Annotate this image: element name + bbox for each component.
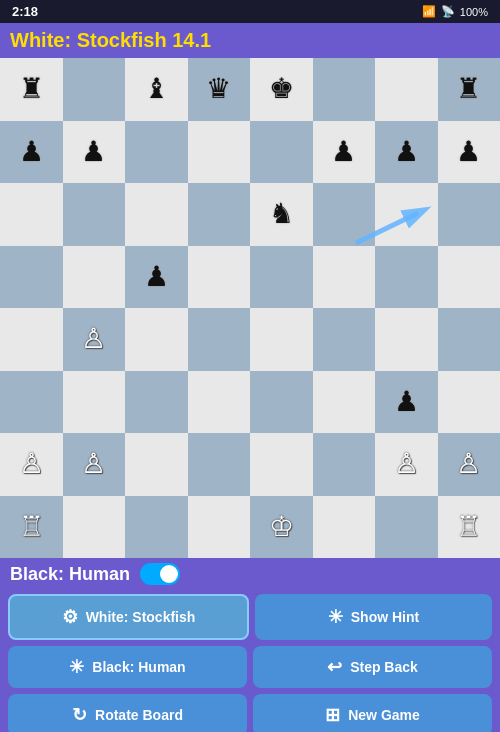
player-label: Black: Human <box>10 564 130 585</box>
main-content: White: Stockfish 14.1 ♜♝♛♚♜♟♟♟♟♟♞♟♙♟♙♙♙♙… <box>0 23 500 732</box>
board-cell[interactable] <box>438 183 501 246</box>
rotate-icon: ↻ <box>72 704 87 726</box>
board-cell[interactable] <box>188 371 251 434</box>
white-stockfish-label: White: Stockfish <box>86 609 196 625</box>
board-cell[interactable] <box>125 121 188 184</box>
board-cell[interactable] <box>63 58 126 121</box>
board-cell[interactable]: ♟ <box>375 121 438 184</box>
board-cell[interactable] <box>188 121 251 184</box>
board-cell[interactable] <box>125 371 188 434</box>
chess-piece: ♝ <box>144 75 169 103</box>
board-cell[interactable]: ♟ <box>375 371 438 434</box>
chess-piece: ♛ <box>206 75 231 103</box>
chess-piece: ♟ <box>331 138 356 166</box>
board-cell[interactable] <box>63 183 126 246</box>
btn-row-3: ↻ Rotate Board ⊞ New Game <box>8 694 492 732</box>
board-cell[interactable] <box>313 496 376 559</box>
board-cell[interactable]: ♝ <box>125 58 188 121</box>
board-cell[interactable] <box>250 433 313 496</box>
board-cell[interactable]: ♜ <box>0 58 63 121</box>
chess-piece: ♙ <box>81 325 106 353</box>
board-cell[interactable]: ♙ <box>0 433 63 496</box>
board-cell[interactable]: ♟ <box>438 121 501 184</box>
board-cell[interactable] <box>438 308 501 371</box>
board-cell[interactable] <box>0 308 63 371</box>
board-cell[interactable] <box>250 308 313 371</box>
signal-icon: 📡 <box>441 5 455 18</box>
black-human-label: Black: Human <box>92 659 185 675</box>
chess-piece: ♜ <box>19 75 44 103</box>
board-cell[interactable] <box>375 496 438 559</box>
status-icons: 📶 📡 100% <box>422 5 488 18</box>
board-cell[interactable] <box>375 308 438 371</box>
board-cell[interactable]: ♜ <box>438 58 501 121</box>
board-cell[interactable]: ♙ <box>375 433 438 496</box>
chess-piece: ♟ <box>394 388 419 416</box>
step-back-button[interactable]: ↩ Step Back <box>253 646 492 688</box>
board-cell[interactable]: ♙ <box>63 433 126 496</box>
board-cell[interactable] <box>125 433 188 496</box>
chess-piece: ♙ <box>81 450 106 478</box>
board-cell[interactable] <box>63 246 126 309</box>
board-cell[interactable] <box>313 58 376 121</box>
board-cell[interactable]: ♖ <box>0 496 63 559</box>
board-cell[interactable] <box>313 183 376 246</box>
black-human-button[interactable]: ✳ Black: Human <box>8 646 247 688</box>
board-cell[interactable]: ♟ <box>0 121 63 184</box>
board-cell[interactable] <box>250 246 313 309</box>
rotate-board-button[interactable]: ↻ Rotate Board <box>8 694 247 732</box>
board-cell[interactable] <box>313 433 376 496</box>
board-cell[interactable]: ♟ <box>125 246 188 309</box>
board-cell[interactable]: ♖ <box>438 496 501 559</box>
board-cell[interactable] <box>125 308 188 371</box>
board-cell[interactable]: ♙ <box>438 433 501 496</box>
rotate-board-label: Rotate Board <box>95 707 183 723</box>
board-cell[interactable] <box>313 246 376 309</box>
show-hint-label: Show Hint <box>351 609 419 625</box>
board-cell[interactable] <box>188 496 251 559</box>
board-cell[interactable] <box>438 246 501 309</box>
board-cell[interactable] <box>313 371 376 434</box>
new-game-button[interactable]: ⊞ New Game <box>253 694 492 732</box>
board-cell[interactable] <box>125 496 188 559</box>
new-game-label: New Game <box>348 707 420 723</box>
board-cell[interactable]: ♛ <box>188 58 251 121</box>
board-cell[interactable]: ♚ <box>250 58 313 121</box>
board-container: ♜♝♛♚♜♟♟♟♟♟♞♟♙♟♙♙♙♙♖♔♖ <box>0 58 500 558</box>
board-cell[interactable] <box>375 58 438 121</box>
board-cell[interactable]: ♞ <box>250 183 313 246</box>
player-toggle[interactable] <box>140 563 180 585</box>
chess-piece: ♞ <box>269 200 294 228</box>
board-cell[interactable] <box>313 308 376 371</box>
step-back-label: Step Back <box>350 659 418 675</box>
board-cell[interactable] <box>0 246 63 309</box>
new-game-icon: ⊞ <box>325 704 340 726</box>
board-cell[interactable] <box>63 496 126 559</box>
chess-piece: ♖ <box>456 513 481 541</box>
board-cell[interactable] <box>188 308 251 371</box>
board-cell[interactable]: ♙ <box>63 308 126 371</box>
chess-piece: ♟ <box>456 138 481 166</box>
board-cell[interactable]: ♟ <box>63 121 126 184</box>
show-hint-button[interactable]: ✳ Show Hint <box>255 594 492 640</box>
board-cell[interactable] <box>375 183 438 246</box>
board-cell[interactable] <box>0 371 63 434</box>
board-cell[interactable] <box>188 433 251 496</box>
board-cell[interactable] <box>125 183 188 246</box>
board-cell[interactable] <box>0 183 63 246</box>
board-cell[interactable] <box>250 371 313 434</box>
board-cell[interactable] <box>188 183 251 246</box>
board-cell[interactable] <box>63 371 126 434</box>
board-cell[interactable] <box>438 371 501 434</box>
board-cell[interactable] <box>375 246 438 309</box>
board-cell[interactable]: ♔ <box>250 496 313 559</box>
white-stockfish-button[interactable]: ⚙ White: Stockfish <box>8 594 249 640</box>
player-row: Black: Human <box>0 558 500 590</box>
chess-piece: ♟ <box>19 138 44 166</box>
board-cell[interactable] <box>188 246 251 309</box>
board-cell[interactable]: ♟ <box>313 121 376 184</box>
board-cell[interactable] <box>250 121 313 184</box>
chess-piece: ♙ <box>19 450 44 478</box>
chess-board[interactable]: ♜♝♛♚♜♟♟♟♟♟♞♟♙♟♙♙♙♙♖♔♖ <box>0 58 500 558</box>
chess-piece: ♟ <box>394 138 419 166</box>
